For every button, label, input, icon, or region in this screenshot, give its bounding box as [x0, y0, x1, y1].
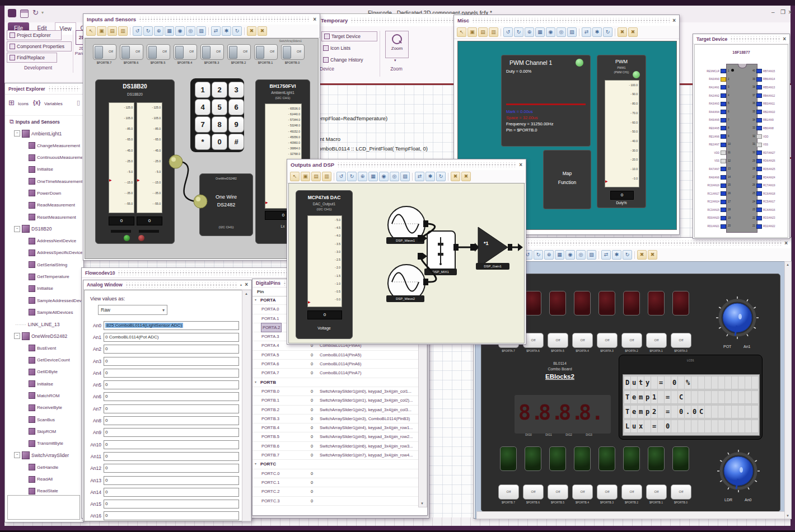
input-switch[interactable]: Off [254, 44, 278, 60]
zoom-dropdown-arrow[interactable]: ▾ [394, 58, 396, 63]
close-icon[interactable]: × [313, 17, 316, 22]
keypad-key-*[interactable]: * [195, 134, 211, 150]
tree-item-readall[interactable]: ReadAll [6, 473, 82, 485]
link-icon[interactable]: ⇄ [211, 26, 221, 36]
keypad-key-9[interactable]: 9 [228, 116, 244, 133]
chip-icon[interactable]: ▦ [535, 27, 545, 37]
minimize-button[interactable]: – [771, 9, 775, 15]
rotate-icon[interactable]: ↻ [436, 172, 446, 181]
tree-item-sampleaddresseddevice[interactable]: SampleAddressedDevice [6, 294, 82, 306]
analog-value-field[interactable]: 0 [104, 392, 239, 401]
close-icon[interactable]: × [784, 241, 788, 246]
more-icon[interactable]: ▾ [41, 10, 44, 15]
analog-value-field[interactable]: 0 [104, 345, 239, 354]
tree-item-ambientlight1[interactable]: −AmbientLight1 [6, 128, 82, 139]
delete-all-icon[interactable]: ✖ [258, 26, 267, 36]
save-icon[interactable] [20, 10, 29, 18]
pin-icon[interactable]: ⊕ [358, 172, 367, 181]
analog-value-field[interactable]: 0 [104, 380, 239, 389]
delete-all-icon[interactable]: ✖ [628, 27, 638, 37]
find-replace-button[interactable]: Find/Replace [7, 53, 57, 63]
ds18b20-component[interactable]: DS18B20 DS18B20 - 125.0- 105.0- 85.0- 65… [95, 79, 175, 244]
tree-item-initialise[interactable]: Initialise [6, 378, 82, 390]
tree-item-gettemperature[interactable]: GetTemperature [6, 271, 82, 283]
tree-item-getdevicecount[interactable]: GetDeviceCount [6, 354, 82, 366]
digital-row-portb.2[interactable]: PORTB.20SwitchArraySlider1(pin2), keypad… [252, 406, 418, 415]
digital-row-portc.4[interactable]: PORTC.40 [252, 506, 418, 506]
redo-icon[interactable]: ↻ [534, 250, 543, 260]
eye-icon[interactable]: ◉ [565, 250, 575, 260]
tree-item-skiprom[interactable]: SkipROM [6, 426, 82, 437]
digital-row-porta.5[interactable]: PORTA.50ComboBL0114(PinA5) [252, 351, 418, 360]
eye-icon[interactable]: ◉ [175, 26, 185, 36]
component-properties-button[interactable]: Component Properties [7, 41, 72, 51]
target-device-toggle[interactable]: Target Device [321, 31, 377, 41]
pot-knob[interactable] [714, 294, 761, 341]
close-button[interactable]: × [788, 8, 792, 16]
analog-value-field[interactable]: 0 [104, 476, 239, 485]
tree-item-addressspecificdevice[interactable]: AddressSpecificDevice [6, 247, 82, 258]
chip-icon[interactable]: ▦ [555, 250, 564, 260]
keypad-key-7[interactable]: 7 [195, 116, 211, 133]
gear-icon[interactable]: ✱ [425, 172, 435, 181]
dsp-mix-component[interactable] [427, 230, 456, 273]
rotate-icon[interactable]: ↻ [603, 27, 612, 37]
camera-icon[interactable]: ◎ [556, 27, 566, 37]
pwm-meter-component[interactable]: PWM PWM1 (PWM CH1) - 100.0- 90.0- 80.0- … [597, 55, 646, 208]
board-switch-portb2[interactable]: Off [621, 484, 642, 500]
onewire-component[interactable]: OneWireDS2482 One Wire DS2482 (I2C CH1) [199, 173, 253, 236]
tree-item-switcharrayslider[interactable]: −SwitchArraySlider [6, 449, 82, 461]
analog-value-field[interactable]: 0 [104, 440, 239, 449]
tree-item-busevent[interactable]: BusEvent [6, 342, 82, 354]
digital-row-portc[interactable]: ▾PORTC [252, 460, 418, 469]
group-expander-icon[interactable]: ▾ [255, 378, 256, 387]
input-switch[interactable]: Off [281, 44, 305, 60]
board-switch-porta5[interactable]: Off [548, 333, 568, 348]
input-switch[interactable]: Off [200, 44, 224, 60]
analog-window-titlebar[interactable]: Analog Window▪× [83, 280, 251, 290]
analog-value-field[interactable]: 825 ComboBL0114(LightSensor ADC) [104, 321, 239, 330]
keypad-key-5[interactable]: 5 [212, 99, 227, 115]
icons-view-icon[interactable]: ⊞ [8, 98, 15, 107]
gear-icon[interactable]: ✱ [592, 27, 602, 37]
keypad-key-4[interactable]: 4 [195, 99, 211, 115]
board-switch-porta2[interactable]: Off [621, 333, 642, 348]
board-switch-portb0[interactable]: Off [671, 484, 691, 500]
input-switch[interactable]: Off [227, 44, 251, 60]
delete-icon[interactable]: ✖ [247, 26, 256, 36]
maximize-button[interactable]: ❐ [780, 9, 785, 15]
copy-icon[interactable]: ▣ [301, 172, 310, 181]
digital-row-portc.0[interactable]: PORTC.00 [252, 469, 418, 478]
tree-item-inputs and sensors[interactable]: ⧉Inputs and Sensors [6, 116, 82, 128]
tree-item-samplealldevices[interactable]: SampleAllDevices [6, 307, 82, 318]
copy-icon[interactable]: ▣ [467, 27, 477, 37]
camera2-icon[interactable]: ▨ [567, 27, 577, 37]
undo-icon[interactable]: ↺ [503, 27, 513, 37]
rotate-icon[interactable]: ↻ [623, 250, 632, 260]
digital-row-porta.7[interactable]: PORTA.70ComboBL0114(PinA7) [252, 369, 418, 378]
digital-row-portb.5[interactable]: PORTB.50SwitchArraySlider1(pin5), keypad… [252, 432, 418, 441]
group-expander-icon[interactable]: ▾ [255, 296, 256, 304]
board-switch-portb3[interactable]: Off [597, 484, 618, 500]
analog-value-field[interactable]: 0 [104, 404, 239, 413]
delete-all-icon[interactable]: ✖ [461, 172, 471, 181]
analog-vscrollbar[interactable]: ▲ [242, 290, 251, 521]
tree-item-ds18b20[interactable]: −DS18B20 [6, 223, 82, 235]
zoom-button[interactable]: Zoom [385, 31, 409, 58]
project-explorer-button[interactable]: Project Explorer [7, 30, 62, 40]
digital-row-portb.7[interactable]: PORTB.70SwitchArraySlider1(pin7), keypad… [252, 451, 418, 460]
delete-icon[interactable]: ✖ [637, 250, 647, 260]
analog-value-field[interactable]: 0 [104, 428, 239, 437]
board-switch-portb4[interactable]: Off [572, 484, 593, 500]
analog-value-field[interactable]: 0 [104, 416, 239, 425]
pwm-channel-component[interactable]: PWM Channel 1 Duty = 0.00% Mark = 0.00us… [501, 55, 591, 147]
camera-icon[interactable]: ◎ [576, 250, 586, 260]
tree-item-continuousmeasurement[interactable]: ContinuousMeasurement [6, 152, 82, 163]
board-vscrollbar[interactable]: ▲ ▼ [784, 261, 792, 519]
tree-item-changemeasurement[interactable]: ChangeMeasurement [6, 140, 82, 152]
close-icon[interactable]: × [245, 282, 248, 288]
keypad-key-1[interactable]: 1 [195, 82, 211, 98]
chip-icon[interactable]: ▦ [165, 26, 174, 36]
paste-icon[interactable]: ▤ [478, 27, 488, 37]
icon-lists-toggle[interactable]: Icon Lists [321, 44, 375, 52]
